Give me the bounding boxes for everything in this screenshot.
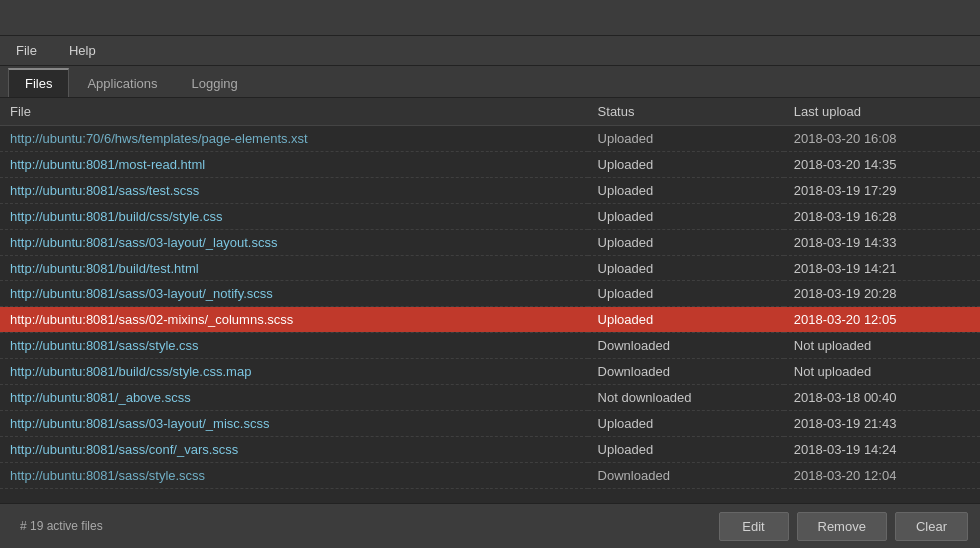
table-row[interactable]: http://ubuntu:8081/most-read.htmlUploade… [0,152,980,178]
file-url-cell: http://ubuntu:8081/build/test.html [0,256,588,281]
last-upload-cell: 2018-03-20 16:08 [784,126,980,152]
file-url-cell: http://ubuntu:8081/most-read.html [0,152,588,178]
file-url-cell: http://ubuntu:8081/sass/03-layout/_misc.… [0,411,588,437]
file-url-cell: http://ubuntu:8081/sass/test.scss [0,178,588,204]
status-cell: Uploaded [588,437,784,463]
status-cell: Uploaded [588,307,784,333]
table-row[interactable]: http://ubuntu:8081/sass/02-mixins/_colum… [0,307,980,333]
last-upload-cell: Not uploaded [784,359,980,385]
last-upload-cell: 2018-03-19 17:29 [784,178,980,204]
last-upload-cell: 2018-03-19 21:43 [784,411,980,437]
table-header: FileStatusLast upload [0,98,980,126]
table-row[interactable]: http://ubuntu:70/6/hws/templates/page-el… [0,126,980,152]
tabs-bar: FilesApplicationsLogging [0,66,980,98]
table-row[interactable]: http://ubuntu:8081/sass/test.scssUploade… [0,178,980,204]
status-cell: Uploaded [588,178,784,204]
file-url-cell: http://ubuntu:8081/sass/03-layout/_layou… [0,230,588,256]
file-url-cell: http://ubuntu:8081/build/css/style.css.m… [0,359,588,385]
last-upload-cell: 2018-03-18 00:40 [784,385,980,411]
last-upload-cell: 2018-03-19 20:28 [784,281,980,307]
last-upload-cell: 2018-03-19 14:21 [784,256,980,281]
last-upload-cell: 2018-03-20 14:35 [784,152,980,178]
status-cell: Uploaded [588,411,784,437]
file-url-cell: http://ubuntu:8081/sass/style.css [0,333,588,359]
status-cell: Downloaded [588,463,784,489]
status-cell: Not downloaded [588,385,784,411]
status-cell: Downloaded [588,333,784,359]
status-cell: Uploaded [588,152,784,178]
file-url-cell: http://ubuntu:8081/build/css/style.css [0,204,588,230]
table-body: http://ubuntu:70/6/hws/templates/page-el… [0,126,980,489]
title-bar [0,0,980,36]
table-row[interactable]: http://ubuntu:8081/sass/03-layout/_notif… [0,281,980,307]
table-row[interactable]: http://ubuntu:8081/sass/style.cssDownloa… [0,333,980,359]
last-upload-cell: 2018-03-19 14:33 [784,230,980,256]
table-row[interactable]: http://ubuntu:8081/build/css/style.cssUp… [0,204,980,230]
last-upload-cell: Not uploaded [784,333,980,359]
table-row[interactable]: http://ubuntu:8081/sass/03-layout/_layou… [0,230,980,256]
col-header-status: Status [588,98,784,126]
footer: # 19 active files EditRemoveClear [0,503,980,548]
last-upload-cell: 2018-03-20 12:04 [784,463,980,489]
tab-logging[interactable]: Logging [176,68,254,97]
col-header-lastUpload: Last upload [784,98,980,126]
table-row[interactable]: http://ubuntu:8081/sass/03-layout/_misc.… [0,411,980,437]
status-cell: Uploaded [588,281,784,307]
menu-item-file[interactable]: File [8,39,45,62]
table-row[interactable]: http://ubuntu:8081/sass/style.scssDownlo… [0,463,980,489]
status-cell: Uploaded [588,126,784,152]
edit-button[interactable]: Edit [719,512,789,541]
active-files-status: # 19 active files [12,519,711,533]
file-url-cell: http://ubuntu:8081/sass/03-layout/_notif… [0,281,588,307]
file-table-container[interactable]: FileStatusLast upload http://ubuntu:70/6… [0,98,980,503]
remove-button[interactable]: Remove [797,512,887,541]
menu-item-help[interactable]: Help [61,39,104,62]
file-url-cell: http://ubuntu:70/6/hws/templates/page-el… [0,126,588,152]
table-row[interactable]: http://ubuntu:8081/sass/conf/_vars.scssU… [0,437,980,463]
file-url-cell: http://ubuntu:8081/sass/02-mixins/_colum… [0,307,588,333]
menu-bar: FileHelp [0,36,980,66]
table-row[interactable]: http://ubuntu:8081/build/css/style.css.m… [0,359,980,385]
status-cell: Uploaded [588,204,784,230]
status-cell: Uploaded [588,256,784,281]
tab-files[interactable]: Files [8,68,69,97]
file-table: FileStatusLast upload http://ubuntu:70/6… [0,98,980,489]
last-upload-cell: 2018-03-19 16:28 [784,204,980,230]
table-row[interactable]: http://ubuntu:8081/build/test.htmlUpload… [0,256,980,281]
status-cell: Uploaded [588,230,784,256]
col-header-file: File [0,98,588,126]
table-row[interactable]: http://ubuntu:8081/_above.scssNot downlo… [0,385,980,411]
file-url-cell: http://ubuntu:8081/sass/style.scss [0,463,588,489]
clear-button[interactable]: Clear [895,512,968,541]
file-url-cell: http://ubuntu:8081/sass/conf/_vars.scss [0,437,588,463]
file-url-cell: http://ubuntu:8081/_above.scss [0,385,588,411]
tab-applications[interactable]: Applications [71,68,173,97]
status-cell: Downloaded [588,359,784,385]
last-upload-cell: 2018-03-20 12:05 [784,307,980,333]
last-upload-cell: 2018-03-19 14:24 [784,437,980,463]
